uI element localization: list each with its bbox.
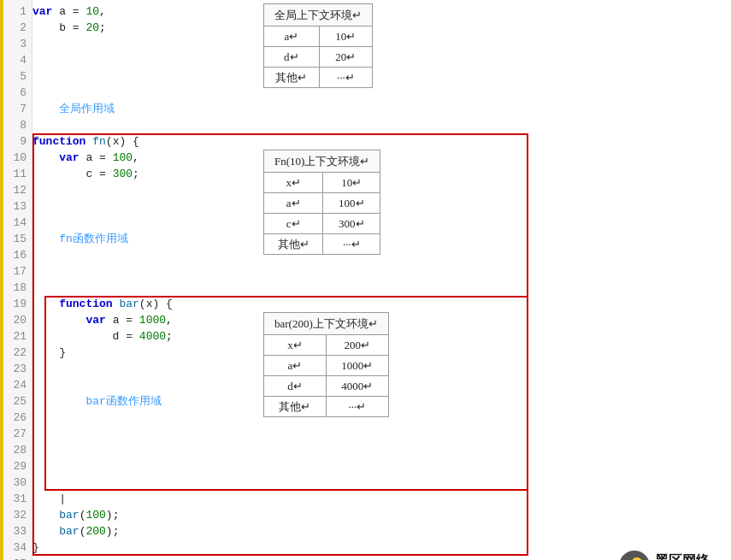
accent-border [0, 0, 3, 560]
code-line: fn函数作用域 [32, 231, 731, 247]
code-line [32, 215, 731, 231]
code-line [32, 198, 731, 215]
code-line [32, 458, 731, 475]
brand-name: 黑区网络 [655, 552, 710, 561]
code-line [32, 410, 731, 426]
code-line [32, 280, 731, 296]
code-line: 全局作用域 [32, 101, 731, 117]
code-line [32, 68, 731, 85]
code-line [32, 182, 731, 198]
code-line [32, 247, 731, 263]
code-line: var a = 1000, [32, 312, 731, 328]
code-line: bar(100); [32, 507, 731, 523]
watermark-icon: 🔑 [619, 551, 650, 560]
code-line: b = 20; [32, 20, 731, 36]
code-line [32, 117, 731, 133]
code-content: 全局上下文环境↵ a↵10↵d↵20↵其他↵···↵ Fn(10)上下文环境↵ … [32, 0, 731, 560]
code-line: d = 4000; [32, 328, 731, 345]
code-line [32, 475, 731, 491]
code-line: | [32, 491, 731, 507]
code-line [32, 426, 731, 442]
watermark: 🔑 黑区网络 www.heiqu.com [619, 551, 721, 560]
code-area: 1234567891011121314151617181920212223242… [0, 0, 731, 560]
code-line: var a = 10, [32, 3, 731, 20]
key-icon: 🔑 [625, 557, 644, 560]
code-line: } [32, 345, 731, 361]
code-line: bar函数作用域 [32, 393, 731, 410]
watermark-text: 黑区网络 www.heiqu.com [655, 552, 721, 561]
code-line [32, 442, 731, 458]
code-line: c = 300; [32, 166, 731, 182]
code-line: bar(200); [32, 523, 731, 539]
code-line [32, 85, 731, 101]
editor: 1234567891011121314151617181920212223242… [0, 0, 731, 560]
code-line: function bar(x) { [32, 296, 731, 312]
code-line: function fn(x) { [32, 133, 731, 150]
line-numbers: 1234567891011121314151617181920212223242… [0, 0, 32, 560]
code-line: var a = 100, [32, 150, 731, 166]
code-line [32, 36, 731, 52]
code-line [32, 377, 731, 393]
code-line [32, 361, 731, 377]
code-line [32, 263, 731, 280]
code-line [32, 52, 731, 68]
